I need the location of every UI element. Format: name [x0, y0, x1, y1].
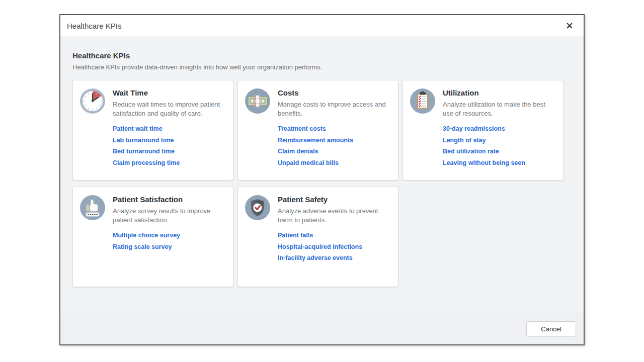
card-description: Analyze utilization to make the best use…	[443, 100, 556, 118]
card-link-list: Patient fallsHospital-acquired infection…	[278, 232, 391, 261]
thumbs-up-icon	[79, 195, 106, 221]
kpi-link[interactable]: In-facility adverse events	[278, 255, 391, 261]
card-link-list: Patient wait timeLab turnaround timeBed …	[113, 126, 226, 166]
clipboard-icon	[410, 88, 436, 114]
page-subtitle: Healthcare KPIs provide data-driven insi…	[72, 63, 573, 71]
kpi-link[interactable]: Hospital-acquired infections	[278, 244, 391, 250]
card-content: Patient SafetyAnalyze adverse events to …	[278, 195, 391, 280]
card-content: CostsManage costs to improve access and …	[278, 88, 391, 173]
kpi-card: Patient SatisfactionAnalyze survey resul…	[72, 187, 233, 287]
kpi-link[interactable]: Bed turnaround time	[113, 148, 226, 155]
card-link-list: Treatment costsReimbursement amountsClai…	[278, 126, 391, 166]
card-content: UtilizationAnalyze utilization to make t…	[443, 88, 556, 173]
kpi-link[interactable]: Patient wait time	[113, 126, 226, 132]
clock-icon	[79, 88, 106, 114]
kpi-link[interactable]: Bed utilization rate	[443, 148, 556, 155]
kpi-link[interactable]: Claim denials	[278, 148, 391, 155]
kpi-link[interactable]: Treatment costs	[278, 126, 391, 132]
kpi-link[interactable]: Patient falls	[278, 232, 391, 239]
kpi-card: CostsManage costs to improve access and …	[237, 80, 398, 180]
dialog-footer: Cancel	[60, 313, 584, 344]
card-title: Costs	[278, 88, 391, 97]
healthcare-kpis-dialog: Healthcare KPIs ✕ Healthcare KPIs Health…	[59, 14, 585, 345]
card-link-list: Multiple choice surveyRating scale surve…	[113, 232, 226, 250]
card-description: Manage costs to improve access and benef…	[278, 100, 391, 118]
kpi-link[interactable]: Lab turnaround time	[113, 137, 226, 144]
card-link-list: 30-day readmissionsLength of stayBed uti…	[443, 126, 556, 166]
kpi-card: UtilizationAnalyze utilization to make t…	[403, 80, 564, 180]
kpi-link[interactable]: Claim processing time	[113, 160, 226, 166]
card-title: Utilization	[443, 88, 556, 97]
dialog-title: Healthcare KPIs	[67, 22, 121, 30]
page-title: Healthcare KPIs	[72, 51, 573, 60]
kpi-card: Wait TimeReduce wait times to improve pa…	[72, 80, 233, 180]
card-title: Patient Safety	[278, 195, 391, 204]
card-description: Analyze adverse events to prevent harm t…	[278, 207, 391, 225]
card-description: Analyze survey results to improve patien…	[113, 207, 226, 225]
kpi-link[interactable]: Rating scale survey	[113, 244, 226, 250]
dialog-titlebar: Healthcare KPIs ✕	[60, 15, 584, 36]
kpi-link[interactable]: Multiple choice survey	[113, 232, 226, 239]
card-description: Reduce wait times to improve patient sat…	[113, 100, 226, 118]
card-content: Patient SatisfactionAnalyze survey resul…	[113, 195, 226, 280]
dialog-body: Healthcare KPIs Healthcare KPIs provide …	[60, 36, 584, 313]
card-title: Patient Satisfaction	[113, 195, 226, 204]
close-icon[interactable]: ✕	[564, 20, 576, 32]
kpi-card: Patient SafetyAnalyze adverse events to …	[237, 187, 398, 287]
money-icon	[245, 88, 271, 114]
kpi-link[interactable]: 30-day readmissions	[443, 126, 556, 132]
kpi-link[interactable]: Leaving without being seen	[443, 160, 556, 166]
kpi-link[interactable]: Reimbursement amounts	[278, 137, 391, 144]
shield-icon	[245, 195, 271, 221]
cancel-button[interactable]: Cancel	[526, 321, 576, 336]
kpi-link[interactable]: Length of stay	[443, 137, 556, 144]
card-title: Wait Time	[113, 88, 226, 97]
kpi-card-grid: Wait TimeReduce wait times to improve pa…	[72, 80, 573, 287]
card-content: Wait TimeReduce wait times to improve pa…	[113, 88, 226, 173]
kpi-link[interactable]: Unpaid medical bills	[278, 160, 391, 166]
